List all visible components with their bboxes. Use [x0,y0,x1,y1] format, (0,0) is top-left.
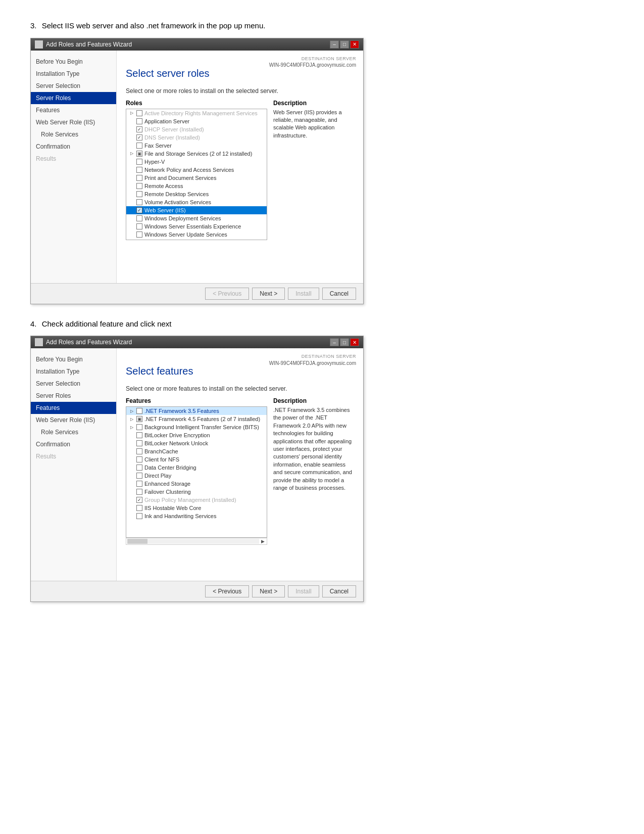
role-item-npas[interactable]: ▷ Network Policy and Access Services [126,166,267,174]
wizard2-install-btn[interactable]: Install [288,585,319,597]
role-label-iis: Web Server (IIS) [144,207,186,213]
role-checkbox-hyperv[interactable] [136,159,142,165]
role-checkbox-remote-access[interactable] [136,183,142,189]
sidebar1-server-selection[interactable]: Server Selection [31,80,116,92]
role-checkbox-rds[interactable] [136,191,142,197]
feature-item-ink[interactable]: ▷ Ink and Handwriting Services [126,512,267,520]
role-item-dhcp[interactable]: ▷ DHCP Server (Installed) [126,125,267,133]
wizard2-hscrollbar[interactable]: ▶ [126,538,267,545]
role-item-app-server[interactable]: ▷ Application Server [126,117,267,125]
role-item-wsee[interactable]: ▷ Windows Server Essentials Experience [126,222,267,230]
wizard1-install-btn[interactable]: Install [288,288,319,300]
role-checkbox-iis[interactable] [136,207,142,213]
wizard1-cancel-btn[interactable]: Cancel [322,288,356,300]
wizard2-cancel-btn[interactable]: Cancel [322,585,356,597]
wizard1-previous-btn[interactable]: < Previous [205,288,249,300]
role-checkbox-vas[interactable] [136,199,142,205]
wizard2-features-listbox[interactable]: ▷ .NET Framework 3.5 Features ▷ .NET Fra… [126,406,267,538]
role-checkbox-file-storage[interactable] [136,151,142,157]
role-checkbox-npas[interactable] [136,167,142,173]
sidebar2-web-server-role[interactable]: Web Server Role (IIS) [31,414,116,426]
sidebar2-before-you-begin[interactable]: Before You Begin [31,353,116,365]
role-item-dns[interactable]: ▷ DNS Server (Installed) [126,133,267,142]
wizard2-description-section: Description .NET Framework 3.5 combines … [273,397,354,545]
feature-checkbox-net45[interactable] [136,416,142,422]
role-item-ad-rms[interactable]: ▷ Active Directory Rights Management Ser… [126,109,267,117]
sidebar2-installation-type[interactable]: Installation Type [31,365,116,378]
feature-item-net45[interactable]: ▷ .NET Framework 4.5 Features (2 of 7 in… [126,415,267,423]
role-item-fax[interactable]: ▷ Fax Server [126,142,267,150]
sidebar2-features[interactable]: Features [31,402,116,414]
sidebar1-features[interactable]: Features [31,104,116,116]
feature-item-branchcache[interactable]: ▷ BranchCache [126,447,267,455]
wizard2-maximize-btn[interactable]: □ [340,338,349,346]
role-label-fax: Fax Server [144,143,172,149]
feature-item-failover[interactable]: ▷ Failover Clustering [126,488,267,496]
role-checkbox-fax[interactable] [136,143,142,149]
feature-checkbox-client-nfs[interactable] [136,456,142,462]
feature-checkbox-gpm[interactable] [136,497,142,503]
sidebar1-before-you-begin[interactable]: Before You Begin [31,56,116,68]
feature-checkbox-dcb[interactable] [136,465,142,471]
role-item-hyperv[interactable]: ▷ Hyper-V [126,158,267,166]
feature-item-directplay[interactable]: ▷ Direct Play [126,472,267,480]
role-checkbox-print[interactable] [136,175,142,181]
sidebar1-server-roles[interactable]: Server Roles [31,92,116,104]
role-checkbox-dns[interactable] [136,134,142,141]
wizard1-maximize-btn[interactable]: □ [340,40,349,49]
role-checkbox-app-server[interactable] [136,118,142,124]
role-checkbox-wsus[interactable] [136,231,142,238]
sidebar2-confirmation[interactable]: Confirmation [31,438,116,450]
role-checkbox-wsee[interactable] [136,223,142,229]
role-item-wds[interactable]: ▷ Windows Deployment Services [126,214,267,222]
feature-item-iis-hwc[interactable]: ▷ IIS Hostable Web Core [126,504,267,512]
feature-checkbox-iis-hwc[interactable] [136,505,142,511]
wizard2-content: DESTINATION SERVER WIN-99C4M0FFDJA.groov… [117,348,363,581]
sidebar2-server-selection[interactable]: Server Selection [31,378,116,390]
sidebar1-web-server-role[interactable]: Web Server Role (IIS) [31,116,116,128]
sidebar2-role-services[interactable]: Role Services [31,426,116,438]
role-item-remote-access[interactable]: ▷ Remote Access [126,182,267,190]
wizard1-description-text: Web Server (IIS) provides a reliable, ma… [273,109,354,140]
feature-checkbox-failover[interactable] [136,489,142,495]
feature-item-bitlocker-network[interactable]: ▷ BitLocker Network Unlock [126,439,267,447]
wizard2-close-btn[interactable]: ✕ [350,338,359,346]
feature-checkbox-enhanced-storage[interactable] [136,481,142,487]
feature-checkbox-bitlocker-drive[interactable] [136,432,142,438]
wizard2-title: Add Roles and Features Wizard [46,339,132,346]
wizard2-dest-server-info: DESTINATION SERVER WIN-99C4M0FFDJA.groov… [269,353,356,367]
role-item-iis[interactable]: ▷ Web Server (IIS) [126,206,267,214]
wizard2-previous-btn[interactable]: < Previous [205,585,249,597]
feature-item-client-nfs[interactable]: ▷ Client for NFS [126,455,267,464]
wizard1-next-btn[interactable]: Next > [252,288,285,300]
feature-checkbox-bitlocker-network[interactable] [136,440,142,446]
role-checkbox-wds[interactable] [136,215,142,221]
wizard1-close-btn[interactable]: ✕ [350,40,359,49]
sidebar1-installation-type[interactable]: Installation Type [31,68,116,80]
wizard1-minimize-btn[interactable]: – [330,40,339,49]
role-item-file-storage[interactable]: ▷ File and Storage Services (2 of 12 ins… [126,150,267,158]
feature-item-dcb[interactable]: ▷ Data Center Bridging [126,464,267,472]
role-item-vas[interactable]: ▷ Volume Activation Services [126,198,267,206]
feature-checkbox-directplay[interactable] [136,473,142,479]
feature-item-bits[interactable]: ▷ Background Intelligent Transfer Servic… [126,423,267,431]
feature-item-enhanced-storage[interactable]: ▷ Enhanced Storage [126,480,267,488]
feature-checkbox-ink[interactable] [136,513,142,519]
feature-checkbox-branchcache[interactable] [136,448,142,454]
feature-item-net35[interactable]: ▷ .NET Framework 3.5 Features [126,407,267,415]
wizard2-minimize-btn[interactable]: – [330,338,339,346]
sidebar1-role-services[interactable]: Role Services [31,128,116,141]
sidebar1-confirmation[interactable]: Confirmation [31,141,116,153]
feature-checkbox-net35[interactable] [136,408,142,414]
role-checkbox-ad-rms[interactable] [136,110,142,116]
role-item-wsus[interactable]: ▷ Windows Server Update Services [126,230,267,239]
role-item-print[interactable]: ▷ Print and Document Services [126,174,267,182]
role-item-rds[interactable]: ▷ Remote Desktop Services [126,190,267,198]
sidebar2-server-roles[interactable]: Server Roles [31,390,116,402]
feature-checkbox-bits[interactable] [136,424,142,430]
role-checkbox-dhcp[interactable] [136,126,142,132]
wizard1-roles-listbox[interactable]: ▷ Active Directory Rights Management Ser… [126,109,267,240]
feature-item-gpm[interactable]: ▷ Group Policy Management (Installed) [126,496,267,504]
wizard2-next-btn[interactable]: Next > [252,585,285,597]
feature-item-bitlocker-drive[interactable]: ▷ BitLocker Drive Encryption [126,431,267,439]
